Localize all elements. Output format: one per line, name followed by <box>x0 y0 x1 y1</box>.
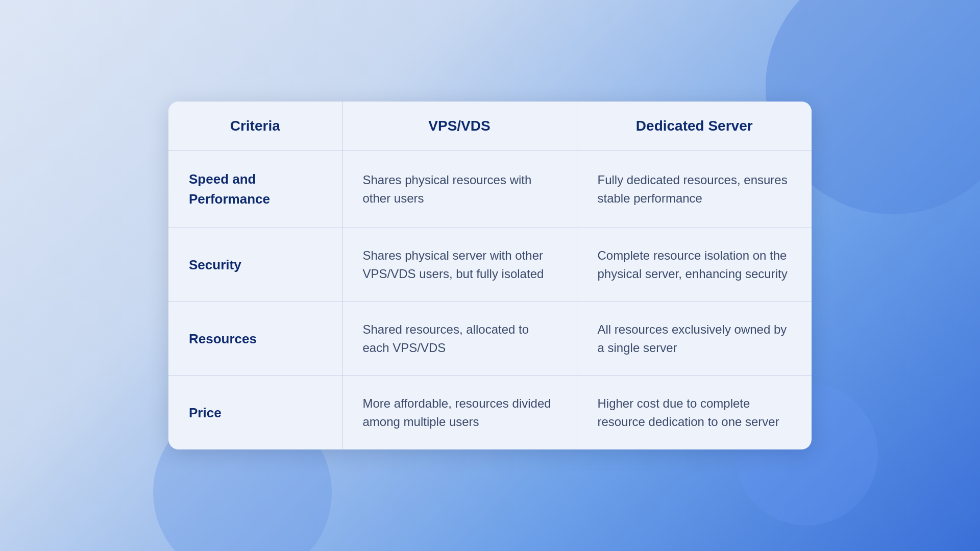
vps-cell-2: Shared resources, allocated to each VPS/… <box>342 302 577 376</box>
table-row: SecurityShares physical server with othe… <box>168 228 812 302</box>
table-header-row: Criteria VPS/VDS Dedicated Server <box>168 102 812 151</box>
dedicated-cell-3: Higher cost due to complete resource ded… <box>577 376 812 450</box>
table-row: PriceMore affordable, resources divided … <box>168 376 812 450</box>
comparison-table: Criteria VPS/VDS Dedicated Server Speed … <box>168 102 812 449</box>
header-dedicated: Dedicated Server <box>577 102 812 151</box>
criteria-cell-3: Price <box>168 376 342 450</box>
dedicated-cell-2: All resources exclusively owned by a sin… <box>577 302 812 376</box>
vps-cell-3: More affordable, resources divided among… <box>342 376 577 450</box>
dedicated-cell-0: Fully dedicated resources, ensures stabl… <box>577 151 812 228</box>
header-criteria: Criteria <box>168 102 342 151</box>
vps-cell-1: Shares physical server with other VPS/VD… <box>342 228 577 302</box>
dedicated-cell-1: Complete resource isolation on the physi… <box>577 228 812 302</box>
vps-cell-0: Shares physical resources with other use… <box>342 151 577 228</box>
criteria-cell-1: Security <box>168 228 342 302</box>
comparison-table-container: Criteria VPS/VDS Dedicated Server Speed … <box>168 102 812 449</box>
criteria-cell-2: Resources <box>168 302 342 376</box>
table-row: ResourcesShared resources, allocated to … <box>168 302 812 376</box>
criteria-cell-0: Speed and Performance <box>168 151 342 228</box>
header-vps: VPS/VDS <box>342 102 577 151</box>
table-row: Speed and PerformanceShares physical res… <box>168 151 812 228</box>
